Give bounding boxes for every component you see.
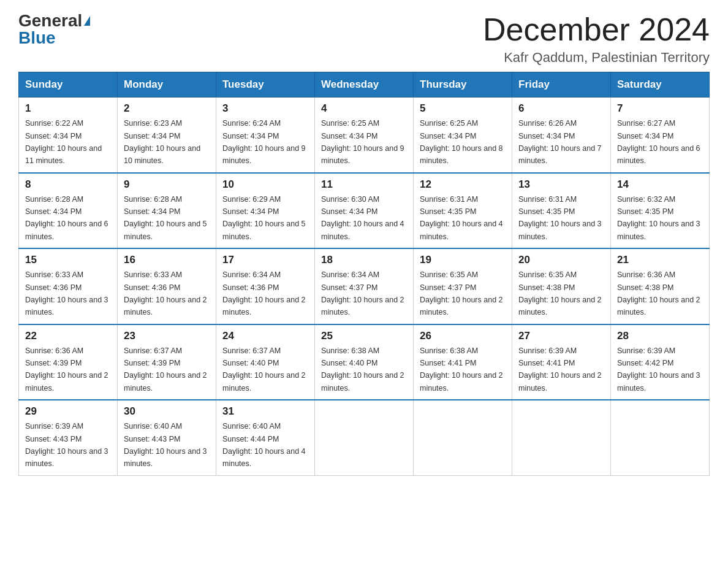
weekday-header-sunday: Sunday [19,72,118,98]
calendar-day-cell: 26 Sunrise: 6:38 AMSunset: 4:41 PMDaylig… [414,324,512,400]
calendar-day-cell: 18 Sunrise: 6:34 AMSunset: 4:37 PMDaylig… [315,248,414,324]
calendar-day-cell: 17 Sunrise: 6:34 AMSunset: 4:36 PMDaylig… [216,248,315,324]
day-number: 28 [617,330,703,342]
calendar-day-cell: 19 Sunrise: 6:35 AMSunset: 4:37 PMDaylig… [414,248,512,324]
calendar-day-cell: 12 Sunrise: 6:31 AMSunset: 4:35 PMDaylig… [414,173,512,249]
calendar-week-row: 1 Sunrise: 6:22 AMSunset: 4:34 PMDayligh… [19,98,710,173]
day-number: 4 [321,102,407,115]
day-number: 9 [124,178,210,191]
day-number: 29 [25,405,111,418]
calendar-day-cell: 3 Sunrise: 6:24 AMSunset: 4:34 PMDayligh… [216,98,315,173]
day-number: 27 [518,330,604,342]
day-info: Sunrise: 6:39 AMSunset: 4:43 PMDaylight:… [25,422,108,468]
day-number: 11 [321,178,407,191]
calendar-week-row: 15 Sunrise: 6:33 AMSunset: 4:36 PMDaylig… [19,248,710,324]
weekday-header-row: SundayMondayTuesdayWednesdayThursdayFrid… [19,72,710,98]
day-info: Sunrise: 6:39 AMSunset: 4:42 PMDaylight:… [617,347,700,393]
logo-blue: Blue [18,28,56,47]
day-number: 17 [222,254,308,266]
day-number: 23 [124,330,210,342]
weekday-header-saturday: Saturday [611,72,710,98]
day-info: Sunrise: 6:38 AMSunset: 4:41 PMDaylight:… [420,347,503,393]
day-number: 18 [321,254,407,266]
day-number: 19 [420,254,506,266]
day-info: Sunrise: 6:28 AMSunset: 4:34 PMDaylight:… [124,195,207,241]
day-number: 5 [420,102,506,115]
day-number: 21 [617,254,703,266]
calendar-week-row: 8 Sunrise: 6:28 AMSunset: 4:34 PMDayligh… [19,173,710,249]
calendar-day-cell: 31 Sunrise: 6:40 AMSunset: 4:44 PMDaylig… [216,400,315,475]
day-number: 20 [518,254,604,266]
calendar-week-row: 22 Sunrise: 6:36 AMSunset: 4:39 PMDaylig… [19,324,710,400]
page-header: General Blue December 2024 Kafr Qaddum, … [18,12,710,66]
calendar-day-cell: 6 Sunrise: 6:26 AMSunset: 4:34 PMDayligh… [512,98,611,173]
calendar-day-cell: 27 Sunrise: 6:39 AMSunset: 4:41 PMDaylig… [512,324,611,400]
day-info: Sunrise: 6:25 AMSunset: 4:34 PMDaylight:… [420,119,503,165]
day-number: 26 [420,330,506,342]
day-number: 31 [222,405,308,418]
day-info: Sunrise: 6:32 AMSunset: 4:35 PMDaylight:… [617,195,700,241]
day-number: 6 [518,102,604,115]
day-info: Sunrise: 6:27 AMSunset: 4:34 PMDaylight:… [617,119,700,165]
day-info: Sunrise: 6:29 AMSunset: 4:34 PMDaylight:… [222,195,306,241]
calendar-day-cell: 24 Sunrise: 6:37 AMSunset: 4:40 PMDaylig… [216,324,315,400]
calendar-day-cell [414,400,512,475]
calendar-day-cell [512,400,611,475]
calendar-day-cell: 25 Sunrise: 6:38 AMSunset: 4:40 PMDaylig… [315,324,414,400]
calendar-day-cell: 23 Sunrise: 6:37 AMSunset: 4:39 PMDaylig… [118,324,216,400]
day-info: Sunrise: 6:36 AMSunset: 4:38 PMDaylight:… [617,270,700,316]
day-number: 12 [420,178,506,191]
calendar-day-cell: 2 Sunrise: 6:23 AMSunset: 4:34 PMDayligh… [118,98,216,173]
calendar-day-cell: 15 Sunrise: 6:33 AMSunset: 4:36 PMDaylig… [19,248,118,324]
weekday-header-wednesday: Wednesday [315,72,414,98]
calendar-day-cell: 14 Sunrise: 6:32 AMSunset: 4:35 PMDaylig… [611,173,710,249]
day-info: Sunrise: 6:33 AMSunset: 4:36 PMDaylight:… [124,270,207,316]
day-info: Sunrise: 6:30 AMSunset: 4:34 PMDaylight:… [321,195,404,241]
day-number: 14 [617,178,703,191]
day-number: 8 [25,178,111,191]
day-number: 16 [124,254,210,266]
day-info: Sunrise: 6:31 AMSunset: 4:35 PMDaylight:… [518,195,602,241]
calendar-day-cell: 9 Sunrise: 6:28 AMSunset: 4:34 PMDayligh… [118,173,216,249]
day-info: Sunrise: 6:37 AMSunset: 4:39 PMDaylight:… [124,347,207,393]
day-number: 22 [25,330,111,342]
day-number: 3 [222,102,308,115]
calendar-day-cell: 7 Sunrise: 6:27 AMSunset: 4:34 PMDayligh… [611,98,710,173]
day-info: Sunrise: 6:35 AMSunset: 4:37 PMDaylight:… [420,270,503,316]
day-number: 1 [25,102,111,115]
day-number: 24 [222,330,308,342]
day-info: Sunrise: 6:28 AMSunset: 4:34 PMDaylight:… [25,195,108,241]
day-number: 10 [222,178,308,191]
day-info: Sunrise: 6:31 AMSunset: 4:35 PMDaylight:… [420,195,503,241]
day-info: Sunrise: 6:34 AMSunset: 4:37 PMDaylight:… [321,270,404,316]
calendar-day-cell: 30 Sunrise: 6:40 AMSunset: 4:43 PMDaylig… [118,400,216,475]
calendar-day-cell: 22 Sunrise: 6:36 AMSunset: 4:39 PMDaylig… [19,324,118,400]
calendar-day-cell: 29 Sunrise: 6:39 AMSunset: 4:43 PMDaylig… [19,400,118,475]
weekday-header-friday: Friday [512,72,611,98]
calendar-day-cell: 1 Sunrise: 6:22 AMSunset: 4:34 PMDayligh… [19,98,118,173]
calendar-day-cell: 4 Sunrise: 6:25 AMSunset: 4:34 PMDayligh… [315,98,414,173]
day-info: Sunrise: 6:37 AMSunset: 4:40 PMDaylight:… [222,347,306,393]
weekday-header-tuesday: Tuesday [216,72,315,98]
location-title: Kafr Qaddum, Palestinian Territory [483,50,710,66]
calendar-day-cell: 5 Sunrise: 6:25 AMSunset: 4:34 PMDayligh… [414,98,512,173]
day-info: Sunrise: 6:22 AMSunset: 4:34 PMDaylight:… [25,119,102,165]
calendar-day-cell: 16 Sunrise: 6:33 AMSunset: 4:36 PMDaylig… [118,248,216,324]
day-info: Sunrise: 6:26 AMSunset: 4:34 PMDaylight:… [518,119,602,165]
calendar-day-cell [315,400,414,475]
logo-general: General [18,12,82,29]
day-info: Sunrise: 6:40 AMSunset: 4:44 PMDaylight:… [222,422,306,468]
day-number: 15 [25,254,111,266]
calendar-table: SundayMondayTuesdayWednesdayThursdayFrid… [18,72,710,476]
calendar-day-cell: 20 Sunrise: 6:35 AMSunset: 4:38 PMDaylig… [512,248,611,324]
weekday-header-monday: Monday [118,72,216,98]
day-info: Sunrise: 6:23 AMSunset: 4:34 PMDaylight:… [124,119,200,165]
day-info: Sunrise: 6:40 AMSunset: 4:43 PMDaylight:… [124,422,207,468]
calendar-day-cell: 10 Sunrise: 6:29 AMSunset: 4:34 PMDaylig… [216,173,315,249]
title-block: December 2024 Kafr Qaddum, Palestinian T… [483,12,710,66]
day-info: Sunrise: 6:35 AMSunset: 4:38 PMDaylight:… [518,270,602,316]
day-info: Sunrise: 6:39 AMSunset: 4:41 PMDaylight:… [518,347,602,393]
calendar-day-cell: 8 Sunrise: 6:28 AMSunset: 4:34 PMDayligh… [19,173,118,249]
day-number: 7 [617,102,703,115]
weekday-header-thursday: Thursday [414,72,512,98]
